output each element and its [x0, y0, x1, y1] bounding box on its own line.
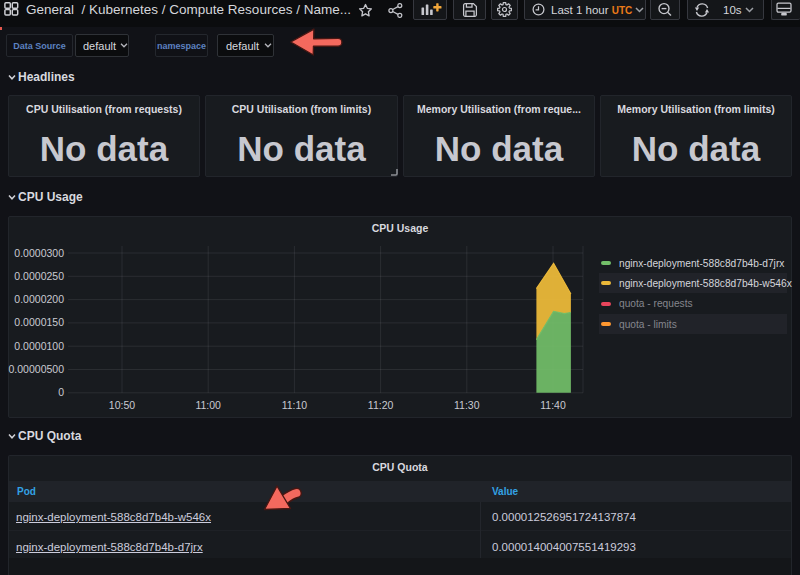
svg-text:11:10: 11:10	[282, 399, 308, 411]
svg-text:0.0000200: 0.0000200	[14, 293, 64, 305]
svg-text:11:00: 11:00	[195, 399, 221, 411]
svg-text:0: 0	[58, 386, 64, 398]
svg-text:11:20: 11:20	[368, 399, 394, 411]
svg-text:0.0000300: 0.0000300	[14, 247, 64, 259]
svg-text:10:50: 10:50	[109, 399, 135, 411]
svg-text:11:30: 11:30	[454, 399, 480, 411]
svg-text:11:40: 11:40	[540, 399, 566, 411]
svg-text:0.0000100: 0.0000100	[14, 340, 64, 352]
svg-text:0.0000250: 0.0000250	[14, 270, 64, 282]
svg-text:0.00000500: 0.00000500	[9, 363, 65, 375]
svg-text:0.0000150: 0.0000150	[14, 316, 64, 328]
